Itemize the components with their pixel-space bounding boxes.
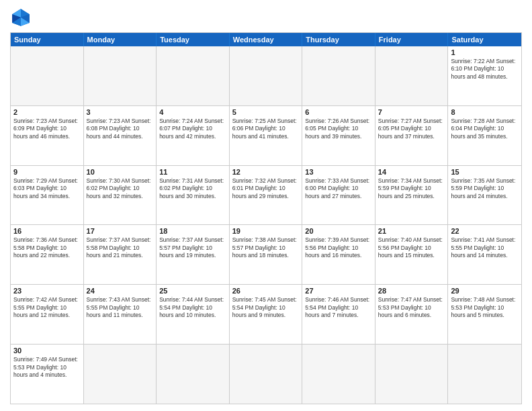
empty-cell-5-6 <box>448 345 521 404</box>
day-info: Sunrise: 7:44 AM Sunset: 5:54 PM Dayligh… <box>159 296 226 319</box>
empty-cell-5-1 <box>84 345 157 404</box>
logo <box>10 7 34 28</box>
day-number: 18 <box>159 227 226 235</box>
day-cell-2: 2Sunrise: 7:23 AM Sunset: 6:09 PM Daylig… <box>11 106 84 165</box>
day-info: Sunrise: 7:43 AM Sunset: 5:55 PM Dayligh… <box>87 296 154 319</box>
weekday-header-monday: Monday <box>84 33 157 46</box>
day-cell-10: 10Sunrise: 7:30 AM Sunset: 6:02 PM Dayli… <box>84 166 157 225</box>
day-number: 3 <box>87 108 154 116</box>
day-cell-9: 9Sunrise: 7:29 AM Sunset: 6:03 PM Daylig… <box>11 166 84 225</box>
day-number: 13 <box>305 168 372 176</box>
day-info: Sunrise: 7:28 AM Sunset: 6:04 PM Dayligh… <box>451 118 519 140</box>
day-number: 21 <box>378 227 445 235</box>
day-info: Sunrise: 7:46 AM Sunset: 5:54 PM Dayligh… <box>305 296 372 319</box>
day-number: 16 <box>13 227 81 235</box>
day-info: Sunrise: 7:47 AM Sunset: 5:53 PM Dayligh… <box>378 296 445 319</box>
day-number: 14 <box>378 168 445 176</box>
day-number: 19 <box>232 227 300 235</box>
day-info: Sunrise: 7:22 AM Sunset: 6:10 PM Dayligh… <box>451 58 519 81</box>
day-cell-4: 4Sunrise: 7:24 AM Sunset: 6:07 PM Daylig… <box>157 106 230 165</box>
day-cell-22: 22Sunrise: 7:41 AM Sunset: 5:55 PM Dayli… <box>448 225 521 284</box>
weekday-header-saturday: Saturday <box>448 33 521 46</box>
day-info: Sunrise: 7:26 AM Sunset: 6:05 PM Dayligh… <box>305 118 372 140</box>
weekday-header-thursday: Thursday <box>302 33 375 46</box>
day-number: 4 <box>159 108 226 116</box>
empty-cell-5-3 <box>230 345 303 404</box>
day-number: 25 <box>159 287 226 295</box>
day-cell-27: 27Sunrise: 7:46 AM Sunset: 5:54 PM Dayli… <box>302 285 375 344</box>
weekday-header-friday: Friday <box>375 33 449 46</box>
day-info: Sunrise: 7:48 AM Sunset: 5:53 PM Dayligh… <box>451 296 519 319</box>
day-number: 20 <box>305 227 372 235</box>
day-number: 30 <box>13 347 81 355</box>
empty-cell-5-2 <box>157 345 230 404</box>
day-info: Sunrise: 7:45 AM Sunset: 5:54 PM Dayligh… <box>232 296 300 319</box>
calendar-row-1: 2Sunrise: 7:23 AM Sunset: 6:09 PM Daylig… <box>11 106 521 166</box>
day-cell-12: 12Sunrise: 7:32 AM Sunset: 6:01 PM Dayli… <box>230 166 303 225</box>
day-number: 1 <box>451 48 519 56</box>
empty-cell-0-4 <box>302 46 375 105</box>
calendar-row-0: 1Sunrise: 7:22 AM Sunset: 6:10 PM Daylig… <box>11 46 521 106</box>
day-cell-17: 17Sunrise: 7:37 AM Sunset: 5:58 PM Dayli… <box>84 225 157 284</box>
calendar-row-2: 9Sunrise: 7:29 AM Sunset: 6:03 PM Daylig… <box>11 166 521 226</box>
day-cell-26: 26Sunrise: 7:45 AM Sunset: 5:54 PM Dayli… <box>230 285 303 344</box>
day-info: Sunrise: 7:25 AM Sunset: 6:06 PM Dayligh… <box>232 118 300 140</box>
day-cell-11: 11Sunrise: 7:31 AM Sunset: 6:02 PM Dayli… <box>157 166 230 225</box>
day-info: Sunrise: 7:27 AM Sunset: 6:05 PM Dayligh… <box>378 118 445 140</box>
logo-icon <box>10 7 32 28</box>
day-number: 29 <box>451 287 519 295</box>
empty-cell-5-4 <box>302 345 375 404</box>
weekday-header-tuesday: Tuesday <box>157 33 230 46</box>
page: SundayMondayTuesdayWednesdayThursdayFrid… <box>0 0 532 411</box>
day-info: Sunrise: 7:23 AM Sunset: 6:09 PM Dayligh… <box>13 118 81 140</box>
day-number: 28 <box>378 287 445 295</box>
day-info: Sunrise: 7:30 AM Sunset: 6:02 PM Dayligh… <box>87 177 154 200</box>
day-number: 9 <box>13 168 81 176</box>
calendar: SundayMondayTuesdayWednesdayThursdayFrid… <box>10 32 522 404</box>
header <box>10 7 522 28</box>
day-info: Sunrise: 7:29 AM Sunset: 6:03 PM Dayligh… <box>13 177 81 200</box>
day-cell-23: 23Sunrise: 7:42 AM Sunset: 5:55 PM Dayli… <box>11 285 84 344</box>
day-number: 2 <box>13 108 81 116</box>
day-number: 6 <box>305 108 372 116</box>
day-info: Sunrise: 7:37 AM Sunset: 5:58 PM Dayligh… <box>87 236 154 259</box>
day-number: 11 <box>159 168 226 176</box>
day-cell-3: 3Sunrise: 7:23 AM Sunset: 6:08 PM Daylig… <box>84 106 157 165</box>
day-info: Sunrise: 7:41 AM Sunset: 5:55 PM Dayligh… <box>451 236 519 259</box>
day-cell-8: 8Sunrise: 7:28 AM Sunset: 6:04 PM Daylig… <box>448 106 521 165</box>
day-info: Sunrise: 7:24 AM Sunset: 6:07 PM Dayligh… <box>159 118 226 140</box>
day-number: 7 <box>378 108 445 116</box>
day-info: Sunrise: 7:31 AM Sunset: 6:02 PM Dayligh… <box>159 177 226 200</box>
day-cell-21: 21Sunrise: 7:40 AM Sunset: 5:56 PM Dayli… <box>375 225 449 284</box>
day-cell-5: 5Sunrise: 7:25 AM Sunset: 6:06 PM Daylig… <box>230 106 303 165</box>
day-number: 23 <box>13 287 81 295</box>
day-cell-1: 1Sunrise: 7:22 AM Sunset: 6:10 PM Daylig… <box>448 46 521 105</box>
day-number: 15 <box>451 168 519 176</box>
weekday-header-sunday: Sunday <box>11 33 84 46</box>
day-cell-16: 16Sunrise: 7:36 AM Sunset: 5:58 PM Dayli… <box>11 225 84 284</box>
day-info: Sunrise: 7:35 AM Sunset: 5:59 PM Dayligh… <box>451 177 519 200</box>
day-info: Sunrise: 7:38 AM Sunset: 5:57 PM Dayligh… <box>232 236 300 259</box>
day-info: Sunrise: 7:33 AM Sunset: 6:00 PM Dayligh… <box>305 177 372 200</box>
day-info: Sunrise: 7:37 AM Sunset: 5:57 PM Dayligh… <box>159 236 226 259</box>
day-cell-15: 15Sunrise: 7:35 AM Sunset: 5:59 PM Dayli… <box>448 166 521 225</box>
empty-cell-0-5 <box>375 46 449 105</box>
day-number: 5 <box>232 108 300 116</box>
day-number: 26 <box>232 287 300 295</box>
day-number: 22 <box>451 227 519 235</box>
day-cell-25: 25Sunrise: 7:44 AM Sunset: 5:54 PM Dayli… <box>157 285 230 344</box>
calendar-row-4: 23Sunrise: 7:42 AM Sunset: 5:55 PM Dayli… <box>11 285 521 345</box>
day-cell-13: 13Sunrise: 7:33 AM Sunset: 6:00 PM Dayli… <box>302 166 375 225</box>
day-number: 8 <box>451 108 519 116</box>
day-number: 27 <box>305 287 372 295</box>
empty-cell-0-2 <box>157 46 230 105</box>
day-info: Sunrise: 7:23 AM Sunset: 6:08 PM Dayligh… <box>87 118 154 140</box>
day-info: Sunrise: 7:39 AM Sunset: 5:56 PM Dayligh… <box>305 236 372 259</box>
day-info: Sunrise: 7:34 AM Sunset: 5:59 PM Dayligh… <box>378 177 445 200</box>
empty-cell-5-5 <box>375 345 449 404</box>
day-cell-29: 29Sunrise: 7:48 AM Sunset: 5:53 PM Dayli… <box>448 285 521 344</box>
empty-cell-0-0 <box>11 46 84 105</box>
day-cell-24: 24Sunrise: 7:43 AM Sunset: 5:55 PM Dayli… <box>84 285 157 344</box>
day-number: 24 <box>87 287 154 295</box>
day-info: Sunrise: 7:42 AM Sunset: 5:55 PM Dayligh… <box>13 296 81 319</box>
